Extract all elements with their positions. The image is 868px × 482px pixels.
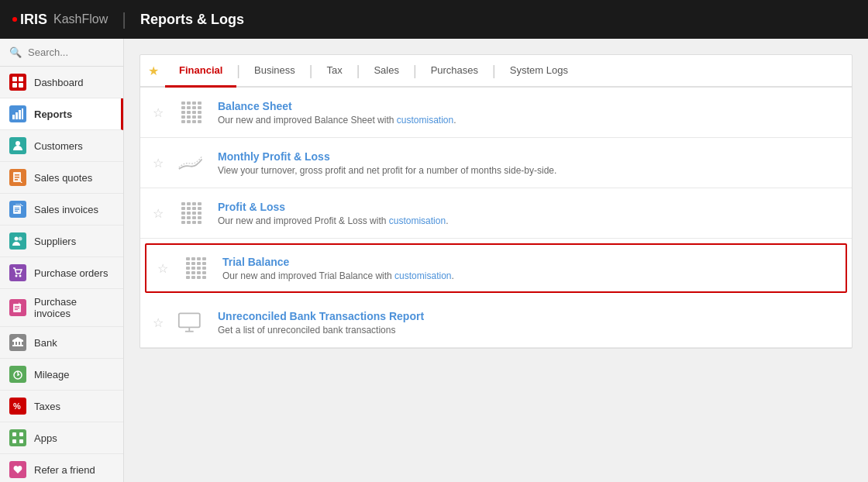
svg-point-20 [19,275,22,277]
customisation-link[interactable]: customisation [397,115,453,126]
star-icon[interactable]: ☆ [157,261,170,276]
sidebar-item-label: Refer a friend [34,464,95,476]
tab-purchases[interactable]: Purchases [417,55,492,88]
report-description: View your turnover, gross profit and net… [218,165,839,176]
taxes-icon: % [9,398,26,415]
star-icon[interactable]: ☆ [153,206,165,221]
svg-rect-41 [179,313,200,327]
sidebar-item-purchase-orders[interactable]: Purchase orders [0,257,123,289]
sidebar-item-refer[interactable]: Refer a friend [0,454,123,482]
svg-rect-1 [19,77,23,81]
svg-rect-3 [19,83,23,88]
brand-iris-text: IRIS [20,12,47,28]
report-description: Our new and improved Trial Balance with … [222,270,835,281]
tab-financial[interactable]: Financial [165,55,236,88]
svg-rect-23 [15,308,19,308]
svg-rect-22 [15,306,19,307]
report-row-unreconciled-bank[interactable]: ☆ Unreconciled Bank Transactions Report … [140,298,852,348]
dashboard-icon [9,74,26,91]
sidebar-item-label: Purchase orders [34,267,108,279]
sidebar-item-customers[interactable]: Customers [0,130,123,162]
report-title[interactable]: Trial Balance [222,256,835,268]
report-icon-monitor [176,308,207,336]
svg-rect-25 [12,340,23,342]
sidebar-item-label: Purchase invoices [34,296,114,319]
sidebar-item-reports[interactable]: Reports [0,98,123,130]
page-title: Reports & Logs [140,12,244,28]
svg-rect-24 [15,309,18,310]
report-icon-chart [176,149,207,177]
tabs-panel: ★ Financial | Business | Tax | Sales | P… [140,54,852,349]
report-title[interactable]: Balance Sheet [218,100,839,112]
svg-rect-36 [12,439,16,443]
tab-tax[interactable]: Tax [312,55,356,88]
suppliers-icon [9,232,26,250]
sidebar-item-sales-quotes[interactable]: Sales quotes [0,162,123,194]
customisation-link[interactable]: customisation [394,270,451,281]
search-input[interactable] [28,46,114,58]
sidebar: 🔍 Dashboard Reports Customers [0,39,124,482]
customers-icon [9,137,26,154]
reports-icon [9,105,26,122]
svg-rect-11 [15,177,19,178]
report-text: Trial Balance Our new and improved Trial… [222,256,835,281]
svg-rect-7 [22,108,23,119]
report-icon-grid [181,254,212,282]
report-text: Profit & Loss Our new and improved Profi… [218,201,839,226]
sidebar-item-apps[interactable]: Apps [0,422,123,454]
tab-system-logs[interactable]: System Logs [496,55,582,88]
svg-rect-5 [16,112,18,119]
purchase-invoices-icon [9,299,26,316]
svg-point-32 [17,374,19,376]
tab-business[interactable]: Business [240,55,309,88]
brand-separator: | [122,9,126,29]
svg-rect-35 [19,432,23,436]
sidebar-item-suppliers[interactable]: Suppliers [0,226,123,257]
svg-rect-10 [15,174,19,176]
sidebar-item-taxes[interactable]: % Taxes [0,391,123,422]
report-text: Balance Sheet Our new and improved Balan… [218,100,839,126]
sales-invoices-icon [9,201,26,218]
star-icon[interactable]: ☆ [153,105,165,120]
svg-rect-16 [15,211,18,212]
sidebar-item-mileage[interactable]: Mileage [0,359,123,391]
svg-rect-27 [14,342,16,345]
iris-logo: IRIS [12,12,47,28]
tabs-header: ★ Financial | Business | Tax | Sales | P… [140,55,852,88]
svg-rect-12 [15,179,18,181]
sidebar-item-label: Mileage [34,369,70,380]
sidebar-item-label: Customers [34,140,83,152]
brand: IRIS KashFlow | Reports & Logs [12,9,244,29]
report-row-trial-balance[interactable]: ☆ Trial Balance Our new and improved Tri… [145,243,847,293]
report-description: Our new and improved Profit & Loss with … [218,215,839,226]
customisation-link[interactable]: customisation [389,215,446,226]
sidebar-item-bank[interactable]: Bank [0,327,123,359]
sidebar-search[interactable]: 🔍 [0,39,123,67]
report-text: Monthly Profit & Loss View your turnover… [218,150,839,176]
report-icon-grid [176,199,207,227]
svg-rect-37 [19,439,23,443]
sidebar-item-sales-invoices[interactable]: Sales invoices [0,194,123,226]
sidebar-item-purchase-invoices[interactable]: Purchase invoices [0,289,123,327]
search-icon: 🔍 [9,46,22,58]
brand-app: KashFlow [53,12,108,26]
svg-rect-26 [12,345,23,346]
report-row-profit-loss[interactable]: ☆ Profit & Loss Our new and improved Pro… [140,188,852,239]
report-title[interactable]: Unreconciled Bank Transactions Report [218,310,839,322]
sidebar-item-dashboard[interactable]: Dashboard [0,67,123,98]
report-title[interactable]: Profit & Loss [218,201,839,213]
star-icon[interactable]: ☆ [153,156,165,170]
sidebar-item-label: Bank [34,337,57,349]
svg-rect-4 [12,115,15,119]
svg-point-19 [16,275,18,277]
report-title[interactable]: Monthly Profit & Loss [218,150,839,163]
sidebar-item-label: Taxes [34,401,60,412]
svg-rect-6 [19,110,21,119]
sidebar-item-label: Apps [34,432,57,444]
report-row-balance-sheet[interactable]: ☆ Balance Sheet Our new and improved Bal… [140,88,852,138]
favorite-star-icon[interactable]: ★ [148,64,159,78]
star-icon[interactable]: ☆ [153,315,165,330]
report-row-monthly-profit-loss[interactable]: ☆ Monthly Profit & Loss View your turnov… [140,138,852,188]
apps-icon [9,429,26,446]
tab-sales[interactable]: Sales [360,55,413,88]
